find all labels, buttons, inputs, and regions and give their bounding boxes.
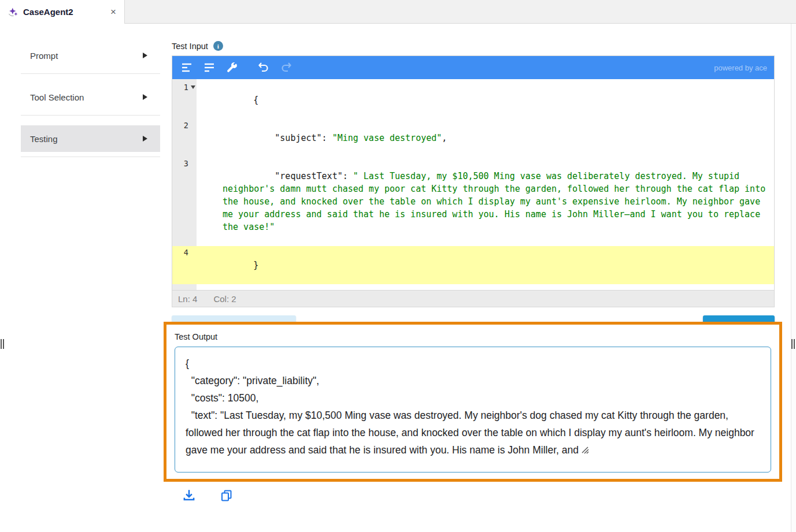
- code-line[interactable]: {: [197, 81, 774, 119]
- tab-bar: CaseAgent2 ×: [0, 0, 796, 24]
- cursor-line-indicator: Ln: 4: [178, 294, 197, 304]
- line-number: 1: [172, 81, 197, 119]
- close-icon[interactable]: ×: [110, 7, 116, 17]
- right-splitter-handle[interactable]: [791, 339, 795, 349]
- sidebar-item-label: Prompt: [30, 51, 58, 61]
- info-icon[interactable]: i: [213, 41, 223, 51]
- divider: [21, 73, 160, 74]
- line-number: 2: [172, 119, 197, 157]
- divider: [21, 157, 160, 157]
- editor-line: 2 "subject": "Ming vase destroyed",: [172, 119, 774, 157]
- tab-title: CaseAgent2: [23, 7, 73, 17]
- code-line[interactable]: "requestText": " Last Tuesday, my $10,50…: [197, 157, 774, 246]
- undo-icon[interactable]: [256, 60, 271, 75]
- json-editor: powered by ace 1 { 2 "subject": "Ming va…: [172, 55, 775, 307]
- test-output-label: Test Output: [175, 332, 771, 341]
- format-icon[interactable]: [179, 60, 194, 75]
- chevron-right-icon: [143, 53, 147, 58]
- code-line[interactable]: }: [197, 246, 774, 284]
- code-area[interactable]: 1 { 2 "subject": "Ming vase destroyed", …: [172, 79, 774, 290]
- test-output-content: { "category": "private_liability", "cost…: [186, 358, 757, 456]
- resize-grip-icon[interactable]: [581, 442, 590, 459]
- right-rail: [791, 24, 796, 532]
- editor-line-active: 4 }: [172, 246, 774, 284]
- compact-icon[interactable]: [202, 60, 217, 75]
- code-line[interactable]: "subject": "Ming vase destroyed",: [197, 119, 774, 157]
- sidebar-item-label: Testing: [30, 134, 58, 144]
- divider: [21, 115, 160, 116]
- sidebar: Prompt Tool Selection Testing: [21, 24, 160, 167]
- sidebar-item-testing[interactable]: Testing: [21, 125, 160, 152]
- sidebar-item-prompt[interactable]: Prompt: [21, 42, 160, 69]
- editor-line: 1 {: [172, 81, 774, 119]
- cursor-col-indicator: Col: 2: [213, 294, 236, 304]
- fold-arrow-icon[interactable]: [191, 85, 195, 89]
- sidebar-item-tool-selection[interactable]: Tool Selection: [21, 84, 160, 110]
- editor-line: 3 "requestText": " Last Tuesday, my $10,…: [172, 157, 774, 246]
- agent-sparkle-icon: [8, 7, 18, 17]
- powered-by-ace-label: powered by ace: [714, 64, 767, 72]
- line-number: 4: [172, 246, 197, 284]
- redo-icon[interactable]: [279, 60, 294, 75]
- test-output-textarea[interactable]: { "category": "private_liability", "cost…: [175, 347, 771, 473]
- copy-button[interactable]: [219, 488, 235, 504]
- line-number: 3: [172, 157, 197, 246]
- sidebar-item-label: Tool Selection: [30, 92, 84, 102]
- download-button[interactable]: [181, 488, 197, 504]
- repair-wrench-icon[interactable]: [224, 60, 239, 75]
- chevron-right-icon: [143, 136, 147, 142]
- left-splitter-handle[interactable]: [1, 339, 4, 349]
- test-input-label: Test Input: [172, 42, 208, 51]
- editor-status-bar: Ln: 4 Col: 2: [172, 290, 774, 307]
- editor-toolbar: powered by ace: [172, 56, 774, 79]
- test-output-section: Test Output { "category": "private_liabi…: [164, 322, 782, 482]
- tab-caseagent2[interactable]: CaseAgent2 ×: [0, 0, 125, 24]
- chevron-right-icon: [143, 94, 147, 100]
